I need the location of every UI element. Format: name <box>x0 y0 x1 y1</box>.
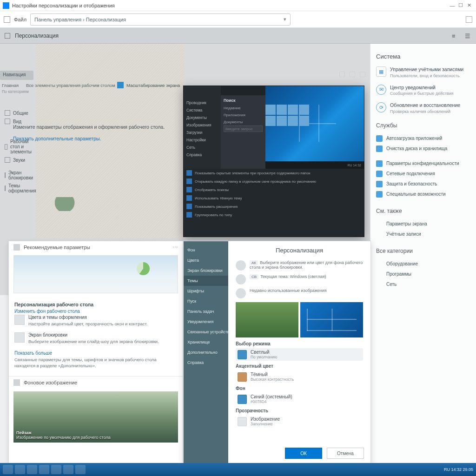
taskbar-button[interactable] <box>63 465 73 474</box>
tile-icon[interactable] <box>288 116 298 126</box>
right-link[interactable]: Параметры экрана <box>376 219 470 229</box>
theme-preview[interactable] <box>236 302 298 337</box>
right-link[interactable]: Учётные записи <box>376 229 470 239</box>
link-icon <box>376 231 383 238</box>
right-card[interactable]: ⟳ Обновление и восстановлениеПроверка на… <box>376 102 470 114</box>
settings-sidebar-item[interactable]: Цвета <box>184 255 228 265</box>
tile-icon[interactable] <box>277 105 287 115</box>
taskbar-button[interactable] <box>15 465 25 474</box>
dark-search-input[interactable] <box>224 126 263 132</box>
settings-option[interactable]: ТёмныйВысокая контрастность <box>236 370 363 383</box>
right-link[interactable]: Сетевые подключения <box>376 169 470 179</box>
tile-icon[interactable] <box>288 105 298 115</box>
left-nav-item[interactable]: Темы оформления <box>2 182 35 195</box>
left-nav-item[interactable]: Экран блокировки <box>2 169 35 182</box>
right-link[interactable]: Программы <box>376 269 470 279</box>
ok-button[interactable]: ОК <box>285 448 322 459</box>
body-link[interactable]: Показать дополнительные параметры. <box>13 134 190 143</box>
right-link[interactable]: Сеть <box>376 279 470 290</box>
right-card[interactable]: ▦ Управление учётными записямиПользовате… <box>376 66 470 78</box>
dark-option-row[interactable]: Группировать по типу <box>184 211 364 219</box>
section-link[interactable]: Изменить фон рабочего стола <box>14 309 177 314</box>
view-list-icon[interactable]: ☰ <box>465 33 471 39</box>
dark-sidebar-item[interactable]: Система <box>185 106 219 114</box>
tile-icon[interactable] <box>265 116 276 126</box>
left-nav-item[interactable]: Общие <box>2 109 35 117</box>
dark-panel-item[interactable]: Недавние <box>224 105 263 112</box>
toolbar-right-icon[interactable] <box>466 16 472 23</box>
taskbar-button[interactable] <box>51 465 61 474</box>
theme-preview[interactable] <box>300 302 363 337</box>
tile-icon[interactable] <box>265 105 276 115</box>
settings-sidebar-item[interactable]: Шрифты <box>184 286 228 296</box>
settings-sidebar-item[interactable]: Экран блокировки <box>184 265 228 276</box>
section-row[interactable]: Цвета и темы оформления Настройте акцент… <box>14 315 177 330</box>
left-nav-tab[interactable]: Навигация <box>0 71 33 80</box>
breadcrumb-input[interactable]: Панель управления › Персонализация ▾ <box>30 13 291 26</box>
settings-sidebar-item[interactable]: Фон <box>184 245 228 255</box>
row-thumb-icon <box>14 332 25 343</box>
section-row[interactable]: Экран блокировки Выберите изображение ил… <box>14 332 177 347</box>
dark-sidebar-item[interactable]: Настройки <box>185 136 219 144</box>
settings-sidebar-item[interactable]: Пуск <box>184 296 228 306</box>
toolbar-icon[interactable] <box>4 16 10 23</box>
settings-info-row: СВТекущая тема: Windows (светлая) <box>236 274 363 284</box>
settings-sidebar-item[interactable]: Панель задач <box>184 306 228 317</box>
left-nav-item[interactable]: Звуки <box>2 156 35 164</box>
row-title: Цвета и темы оформления <box>28 315 147 320</box>
right-link[interactable]: Специальные возможности <box>376 189 470 199</box>
right-link[interactable]: Очистка диска и хранилища <box>376 144 470 154</box>
dark-sidebar-item[interactable]: Проводник <box>185 99 219 106</box>
dark-option-row[interactable]: Открывать каждую папку в отдельном окне … <box>184 177 364 185</box>
dark-option-row[interactable]: Отображать эскизы <box>184 185 364 194</box>
window-min-button[interactable]: — <box>448 3 456 8</box>
panel-photo[interactable]: Пейзаж Изображение по умолчанию для рабо… <box>13 391 178 443</box>
photo-title: Пейзаж <box>16 430 111 435</box>
window-close-button[interactable]: ✕ <box>465 2 473 8</box>
settings-sidebar-item[interactable]: Связанные устройства <box>184 327 228 337</box>
right-link[interactable]: Защита и безопасность <box>376 179 470 189</box>
taskbar-button[interactable] <box>39 465 49 474</box>
settings-sidebar-item[interactable]: Хранилище <box>184 337 228 347</box>
settings-option[interactable]: СветлыйПо умолчанию <box>236 348 363 361</box>
tile-icon[interactable] <box>299 105 309 115</box>
settings-sidebar-item[interactable]: Дополнительно <box>184 347 228 357</box>
cancel-button[interactable]: Отмена <box>327 448 364 459</box>
taskbar-tray[interactable]: RU 14:32 29.05 <box>444 467 473 472</box>
settings-option[interactable]: Синий (системный)#0078D4 <box>236 393 363 405</box>
tile-icon[interactable] <box>277 116 287 126</box>
dark-sidebar-item[interactable]: Загрузки <box>185 129 219 136</box>
window-max-button[interactable]: ☐ <box>456 2 465 8</box>
dark-panel-item[interactable]: Приложения <box>224 112 263 119</box>
sort-icon[interactable]: ≡ <box>452 33 458 39</box>
right-link[interactable]: Параметры конфиденциальности <box>376 159 470 169</box>
section-link[interactable]: Показать больше <box>14 350 177 356</box>
breadcrumb-secondary[interactable]: Все элементы управления рабочим столом <box>26 83 115 88</box>
right-card[interactable]: ✉ Центр уведомленийСообщения и быстрые д… <box>376 85 470 96</box>
taskbar-button[interactable] <box>3 465 13 474</box>
settings-sidebar-item[interactable]: Уведомления <box>184 317 228 327</box>
right-link[interactable]: Оборудование <box>376 259 470 269</box>
dark-sidebar-item[interactable]: Документы <box>185 114 219 121</box>
dark-sidebar-item[interactable]: Сеть <box>185 144 219 151</box>
row-desc: Настройте акцентный цвет, прозрачность о… <box>28 321 147 327</box>
taskbar-button[interactable] <box>75 465 86 474</box>
settings-sidebar-item[interactable]: Справка <box>184 357 228 368</box>
taskbar-button[interactable] <box>27 465 37 474</box>
chip-label[interactable]: Масштабирование экрана <box>126 83 180 88</box>
window-title: Настройки персонализации и отображения <box>12 3 448 8</box>
toolbar-label[interactable]: Файл <box>14 17 26 22</box>
settings-sidebar-item[interactable]: Темы <box>184 276 228 286</box>
dark-option-row[interactable]: Использовать тёмную тему <box>184 194 364 202</box>
breadcrumb-dropdown-icon[interactable]: ▾ <box>284 16 286 22</box>
dark-sidebar-item[interactable]: Изображения <box>185 121 219 129</box>
dark-sidebar-item[interactable]: Справка <box>185 151 219 159</box>
dark-option-row[interactable]: Показывать скрытые элементы при просмотр… <box>184 169 364 177</box>
panel-more-icon[interactable]: ⋯ <box>173 245 178 251</box>
link-icon <box>376 181 383 187</box>
tile-icon[interactable] <box>299 116 309 126</box>
settings-option[interactable]: ИзображениеЗаполнение <box>236 415 363 428</box>
right-link[interactable]: Автозагрузка приложений <box>376 133 470 144</box>
dark-panel-item[interactable]: Документы <box>224 119 263 126</box>
dark-option-row[interactable]: Показывать расширения <box>184 202 364 211</box>
